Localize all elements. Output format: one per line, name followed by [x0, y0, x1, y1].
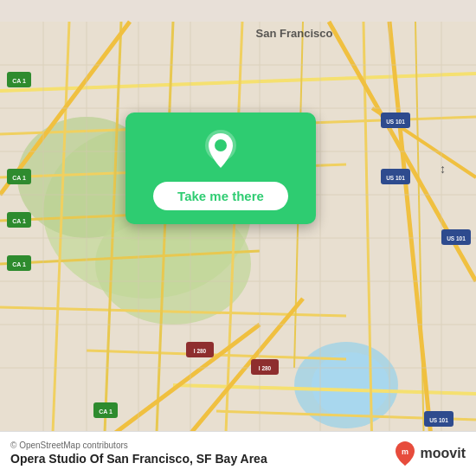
location-pin-icon	[198, 128, 243, 173]
svg-text:US 101: US 101	[429, 417, 448, 423]
map-attribution: © OpenStreetMap contributors	[10, 441, 267, 450]
location-name-label: Opera Studio Of San Francisco, SF Bay Ar…	[10, 452, 267, 466]
bottom-info-bar: © OpenStreetMap contributors Opera Studi…	[0, 431, 476, 476]
svg-text:↕: ↕	[440, 162, 446, 176]
svg-text:I 280: I 280	[194, 348, 207, 354]
svg-text:CA 1: CA 1	[12, 261, 26, 267]
svg-text:US 101: US 101	[386, 119, 405, 125]
moovit-pin-icon: m	[393, 440, 417, 467]
svg-text:US 101: US 101	[447, 235, 466, 241]
bottom-left-section: © OpenStreetMap contributors Opera Studi…	[10, 441, 267, 466]
map-background: CA 1 CA 1 CA 1 CA 1 CA 1 US 101 US 101 U…	[0, 0, 476, 476]
svg-text:US 101: US 101	[386, 175, 405, 181]
map-container: CA 1 CA 1 CA 1 CA 1 CA 1 US 101 US 101 U…	[0, 0, 476, 476]
svg-text:I 280: I 280	[259, 365, 272, 371]
svg-text:m: m	[402, 447, 408, 456]
take-me-there-button[interactable]: Take me there	[153, 182, 288, 210]
svg-text:CA 1: CA 1	[12, 218, 26, 224]
svg-text:CA 1: CA 1	[12, 78, 26, 84]
svg-point-5	[312, 352, 389, 418]
location-card: Take me there	[125, 113, 316, 224]
svg-text:San Francisco: San Francisco	[256, 27, 333, 40]
svg-point-69	[215, 139, 227, 151]
moovit-brand-text: moovit	[421, 446, 466, 461]
svg-text:CA 1: CA 1	[12, 175, 26, 181]
moovit-logo: m moovit	[393, 440, 466, 467]
svg-text:CA 1: CA 1	[99, 408, 113, 415]
